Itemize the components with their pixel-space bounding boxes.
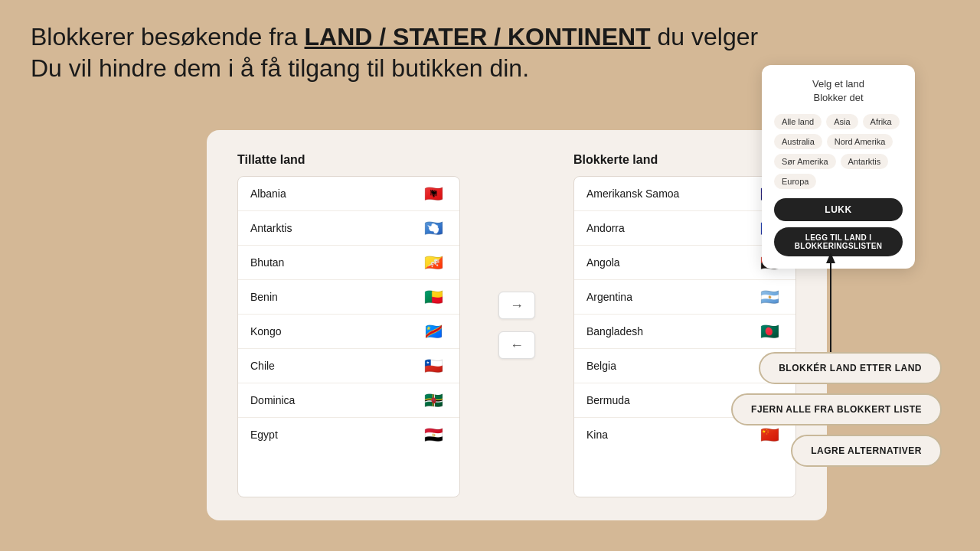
transfer-buttons: → ← <box>491 153 543 497</box>
allowed-title: Tillatte land <box>237 153 460 167</box>
header-line2: Du vil hindre dem i å få tilgang til but… <box>31 54 758 83</box>
move-right-button[interactable]: → <box>498 292 535 319</box>
action-buttons-panel: BLOKKÉR LAND ETTER LAND FJERN ALLE FRA B… <box>731 352 942 467</box>
tag-antarktis[interactable]: Antarktis <box>841 154 889 169</box>
list-item[interactable]: Egypt 🇪🇬 <box>238 418 459 452</box>
flag-chile: 🇨🇱 <box>420 357 447 375</box>
arrow-connector <box>819 253 842 360</box>
flag-kongo: 🇨🇩 <box>420 322 447 341</box>
blokkr-land-button[interactable]: BLOKKÉR LAND ETTER LAND <box>759 352 942 384</box>
tag-australia[interactable]: Australia <box>774 134 822 149</box>
list-item[interactable]: Bhutan 🇧🇹 <box>238 246 459 280</box>
list-item[interactable]: Argentina 🇦🇷 <box>574 280 795 315</box>
list-item[interactable]: Kongo 🇨🇩 <box>238 315 459 349</box>
list-item[interactable]: Benin 🇧🇯 <box>238 280 459 315</box>
fjern-alle-button[interactable]: FJERN ALLE FRA BLOKKERT LISTE <box>731 393 942 425</box>
close-popup-button[interactable]: LUKK <box>774 198 903 221</box>
chile-label: Chile <box>250 360 275 372</box>
region-tags: Alle land Asia Afrika Australia Nord Ame… <box>774 114 903 189</box>
list-item[interactable]: Albania 🇦🇱 <box>238 177 459 211</box>
tag-sor-amerika[interactable]: Sør Amerika <box>774 154 836 169</box>
country-selector-popup: Velg et land Blokker det Alle land Asia … <box>762 65 915 269</box>
header-section: Blokkerer besøkende fra LAND / STATER / … <box>31 23 758 83</box>
popup-title: Velg et land Blokker det <box>774 77 903 105</box>
list-item[interactable]: Dominica 🇩🇲 <box>238 383 459 418</box>
header-line1: Blokkerer besøkende fra LAND / STATER / … <box>31 23 758 51</box>
move-left-button[interactable]: ← <box>498 331 535 359</box>
list-item[interactable]: Antarktis 🇦🇶 <box>238 211 459 246</box>
flag-antarktis: 🇦🇶 <box>420 219 447 237</box>
tag-alle-land[interactable]: Alle land <box>774 114 822 129</box>
flag-albania: 🇦🇱 <box>420 184 447 203</box>
flag-bangladesh: 🇧🇩 <box>756 322 783 341</box>
flag-egypt: 🇪🇬 <box>420 425 447 444</box>
allowed-countries-column: Tillatte land Albania 🇦🇱 Antarktis 🇦🇶 Bh… <box>237 153 460 497</box>
flag-dominica: 🇩🇲 <box>420 391 447 409</box>
tag-nord-amerika[interactable]: Nord Amerika <box>827 134 893 149</box>
allowed-list[interactable]: Albania 🇦🇱 Antarktis 🇦🇶 Bhutan 🇧🇹 Benin … <box>237 176 460 497</box>
tag-afrika[interactable]: Afrika <box>863 114 900 129</box>
lagre-button[interactable]: LAGRE ALTERNATIVER <box>791 435 942 467</box>
flag-argentina: 🇦🇷 <box>756 288 783 306</box>
svg-marker-1 <box>826 253 835 263</box>
list-item-chile[interactable]: Chile 🇨🇱 <box>238 349 459 383</box>
flag-benin: 🇧🇯 <box>420 288 447 306</box>
flag-bhutan: 🇧🇹 <box>420 253 447 272</box>
tag-asia[interactable]: Asia <box>826 114 858 129</box>
tag-europa[interactable]: Europa <box>774 174 816 189</box>
list-item[interactable]: Bangladesh 🇧🇩 <box>574 315 795 349</box>
